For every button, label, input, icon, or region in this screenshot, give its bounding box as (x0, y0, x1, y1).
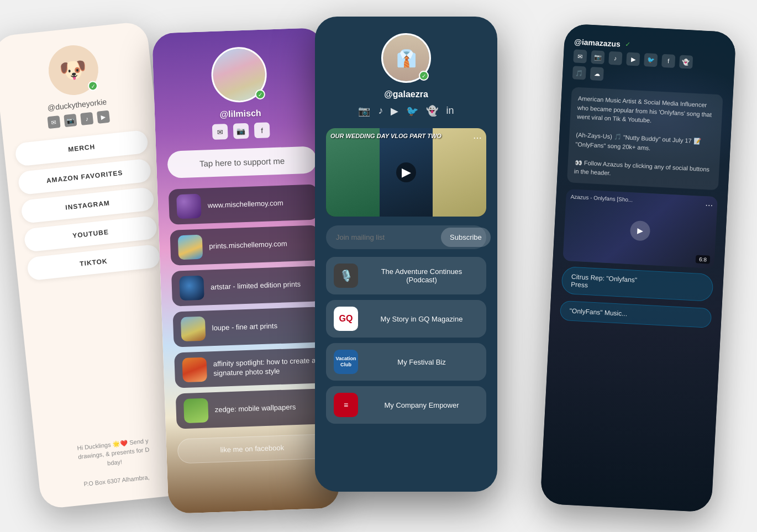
link-item[interactable]: artstar - limited edition prints (171, 266, 322, 306)
video-panel-center (380, 128, 433, 217)
email-icon[interactable]: ✉ (47, 115, 60, 129)
instagram-icon[interactable]: 📷 (64, 114, 77, 127)
avatar-wrap: 🐶 ✓ (46, 43, 101, 97)
bio-description: American Music Artist & Social Media Inf… (567, 87, 723, 190)
video-menu-icon[interactable]: ⋯ (473, 133, 482, 143)
facebook-icon[interactable]: f (254, 122, 270, 138)
social-icons-row: ✉ 📷 ♪ ▶ (47, 110, 110, 129)
username: @duckytheyorkie (47, 97, 107, 112)
link-text: artstar - limited edition prints (211, 280, 301, 292)
social-row: 📷 ♪ ▶ 🐦 👻 in (358, 105, 454, 117)
spotify-icon[interactable]: 🎵 (572, 66, 586, 80)
link-text: "OnlyFans" Music... (569, 307, 627, 317)
card-galaezra: ✓ @galaezra 📷 ♪ ▶ 🐦 👻 in OUR WEDDING DAY… (315, 17, 497, 492)
email-icon[interactable]: ✉ (573, 49, 587, 63)
link-item[interactable]: prints.mischellemoy.com (170, 225, 320, 265)
festival-link[interactable]: Vacation Club My Festival Biz (326, 343, 486, 381)
gq-icon: GQ (334, 307, 358, 331)
email-icon[interactable]: ✉ (212, 124, 228, 140)
empower-icon: ≡ (334, 393, 358, 417)
citrus-rep-link[interactable]: Citrus Rep: "Onlyfans"Press (561, 266, 713, 301)
avatar-wrap: ✓ (211, 46, 267, 103)
scene: 🐶 ✓ @duckytheyorkie ✉ 📷 ♪ ▶ MERCH AMAZON… (0, 0, 757, 532)
video-thumbnail[interactable]: Azazus - Onlyfans [Sho... ⋯ ▶ 6:8 (563, 189, 718, 268)
instagram-icon[interactable]: 📷 (358, 105, 370, 117)
subscribe-button[interactable]: Subscribe (441, 228, 491, 247)
youtube-icon[interactable]: ▶ (626, 52, 640, 66)
link-thumb (179, 276, 204, 301)
instagram-icon[interactable]: 📷 (591, 50, 604, 64)
company-empower-link[interactable]: ≡ My Company Empower (326, 386, 486, 424)
link-thumb (178, 235, 203, 260)
card-lilmisch: ✓ @lilmisch ✉ 📷 f Tap here to support me… (152, 28, 340, 514)
instagram-icon[interactable]: 📷 (233, 123, 249, 139)
link-text: zedge: mobile wallpapers (214, 403, 296, 415)
snapchat-icon[interactable]: 👻 (426, 105, 438, 117)
avatar-wrap: ✓ (381, 33, 431, 83)
link-thumb (176, 194, 202, 219)
social-row: ✉ 📷 f (212, 122, 270, 140)
verified-icon: ✓ (624, 40, 630, 49)
tiktok-icon[interactable]: ♪ (608, 51, 622, 65)
link-item[interactable]: www.mischellemoy.com (169, 184, 319, 224)
linkedin-icon[interactable]: in (446, 105, 454, 117)
video-thumbnail[interactable]: OUR WEDDING DAY VLOG PART TWO ⋯ (326, 128, 486, 217)
snapchat-icon[interactable]: 👻 (679, 55, 693, 69)
vc-icon: Vacation Club (334, 350, 358, 374)
username: @iamazazus (574, 37, 621, 48)
support-button[interactable]: Tap here to support me (167, 146, 317, 178)
card-iamazazus: @iamazazus ✓ ✉ 📷 ♪ ▶ 🐦 f 👻 🎵 ☁ American … (540, 23, 736, 512)
twitter-icon[interactable]: 🐦 (406, 105, 418, 117)
video-panel-left (326, 128, 380, 217)
mailing-list-row: Subscribe (326, 225, 486, 249)
link-thumb (181, 317, 206, 342)
verified-badge: ✓ (255, 89, 266, 100)
tiktok-icon[interactable]: ♪ (378, 105, 383, 117)
link-item[interactable]: zedge: mobile wallpapers (176, 388, 326, 429)
link-item[interactable]: affinity spotlight: how to create a sign… (174, 347, 324, 388)
verified-badge: ✓ (419, 71, 429, 81)
gq-link[interactable]: GQ My Story in GQ Magazine (326, 300, 486, 338)
username: @galaezra (384, 89, 428, 99)
verified-badge: ✓ (87, 81, 98, 92)
link-thumb (182, 357, 207, 383)
link-text: My Festival Biz (365, 358, 479, 366)
link-text: Citrus Rep: "Onlyfans"Press (571, 272, 638, 291)
onlyfans-link[interactable]: "OnlyFans" Music... (560, 300, 712, 328)
video-menu-icon[interactable]: ⋯ (705, 201, 713, 210)
username: @lilmisch (219, 108, 261, 120)
email-input[interactable] (328, 228, 437, 247)
link-text: prints.mischellemoy.com (209, 239, 287, 251)
podcast-link[interactable]: 🎙️ The Adventure Continues(Podcast) (326, 257, 486, 294)
link-item[interactable]: loupe - fine art prints (173, 307, 323, 347)
facebook-like-button[interactable]: like me on facebook (177, 434, 327, 463)
link-text: My Story in GQ Magazine (365, 315, 479, 323)
bio-text: Hi Ducklings 🌟❤️ Send ydrawings, & prese… (77, 436, 153, 489)
mic-icon: 🎙️ (334, 264, 358, 288)
facebook-icon[interactable]: f (661, 54, 675, 68)
link-text: www.mischellemoy.com (208, 198, 284, 210)
twitter-icon[interactable]: 🐦 (644, 53, 658, 67)
youtube-icon[interactable]: ▶ (391, 105, 398, 117)
link-text: loupe - fine art prints (212, 322, 277, 333)
video-duration: 6:8 (696, 255, 711, 264)
link-text: My Company Empower (365, 401, 479, 409)
tiktok-icon[interactable]: ♪ (80, 112, 93, 125)
youtube-icon[interactable]: ▶ (97, 110, 110, 124)
link-text: The Adventure Continues(Podcast) (365, 267, 479, 284)
link-thumb (183, 398, 209, 424)
video-title: OUR WEDDING DAY VLOG PART TWO (330, 133, 482, 139)
link-text: affinity spotlight: how to create a sign… (213, 356, 317, 378)
soundcloud-icon[interactable]: ☁ (590, 67, 604, 81)
